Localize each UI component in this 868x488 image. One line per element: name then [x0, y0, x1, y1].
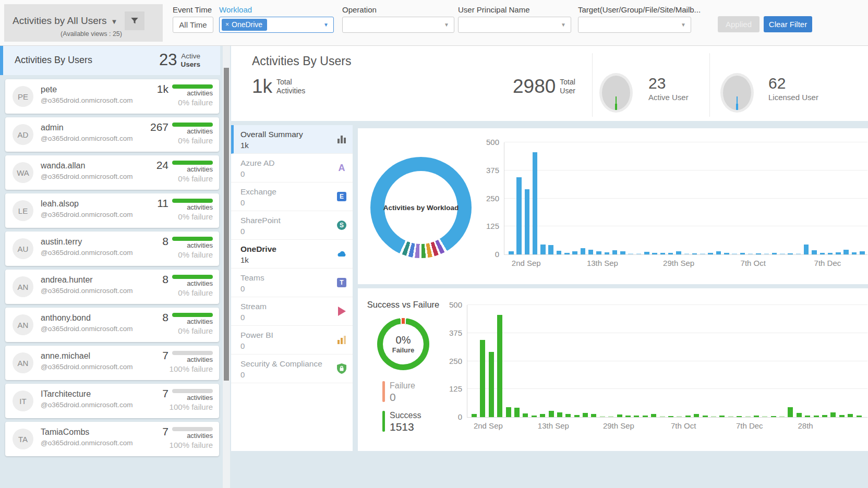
sidebar-scrollbar[interactable]	[223, 46, 230, 488]
bar[interactable]	[804, 245, 809, 254]
bar[interactable]	[780, 253, 785, 254]
bar[interactable]	[805, 416, 810, 417]
bar[interactable]	[549, 411, 554, 417]
bar[interactable]	[564, 253, 570, 254]
bar[interactable]	[843, 250, 849, 254]
bar[interactable]	[583, 413, 588, 417]
workload-item-azure-ad[interactable]: Azure AD0A	[231, 154, 353, 182]
user-card[interactable]: ITITarchitecture@o365droid.onmicrosoft.c…	[5, 384, 219, 418]
bar[interactable]	[814, 416, 819, 417]
bar[interactable]	[557, 412, 562, 417]
bar[interactable]	[574, 415, 580, 417]
event-time-input[interactable]: All Time	[173, 17, 213, 33]
bar[interactable]	[676, 251, 681, 254]
bar[interactable]	[540, 245, 546, 254]
bar[interactable]	[857, 416, 862, 417]
bar[interactable]	[711, 416, 716, 417]
bar[interactable]	[596, 251, 601, 254]
user-card[interactable]: PEpete@o365droid.onmicrosoft.com1kactivi…	[5, 79, 219, 114]
bar[interactable]	[506, 407, 511, 417]
bar[interactable]	[668, 253, 673, 254]
activities-by-workload-donut[interactable]: Activities by Workload	[370, 157, 472, 258]
bar[interactable]	[685, 416, 691, 417]
user-card[interactable]: ANanne.michael@o365droid.onmicrosoft.com…	[5, 346, 219, 380]
bar[interactable]	[605, 252, 610, 254]
bar[interactable]	[748, 253, 753, 254]
workload-select[interactable]: × OneDrive ▼	[219, 17, 334, 33]
bar[interactable]	[740, 253, 745, 254]
workload-item-overall-summary[interactable]: Overall Summary1k	[231, 125, 353, 154]
clear-filter-button[interactable]: Clear Filter	[764, 16, 812, 32]
bar[interactable]	[533, 152, 538, 254]
bar[interactable]	[525, 189, 530, 254]
bar[interactable]	[762, 416, 767, 417]
bar[interactable]	[830, 412, 836, 417]
bar[interactable]	[677, 416, 682, 417]
bar[interactable]	[724, 253, 729, 254]
user-card[interactable]: LEleah.alsop@o365droid.onmicrosoft.com11…	[5, 193, 219, 228]
applied-button[interactable]: Applied	[718, 16, 760, 32]
bar[interactable]	[708, 253, 713, 254]
bar[interactable]	[634, 416, 639, 417]
bar[interactable]	[636, 253, 642, 254]
workload-item-onedrive[interactable]: OneDrive1k	[231, 240, 353, 269]
target-select[interactable]: ▼	[578, 17, 691, 33]
chevron-down-icon[interactable]: ▼	[323, 22, 329, 28]
bar[interactable]	[719, 416, 725, 417]
workload-item-security-compliance[interactable]: Security & Compliance0	[231, 355, 353, 383]
bar[interactable]	[652, 253, 657, 254]
bar[interactable]	[772, 253, 777, 254]
bar[interactable]	[756, 253, 761, 254]
bar[interactable]	[848, 414, 853, 417]
bar[interactable]	[620, 251, 625, 254]
bar[interactable]	[565, 414, 571, 417]
bar[interactable]	[660, 416, 665, 417]
bar[interactable]	[625, 416, 631, 417]
user-card[interactable]: WAwanda.allan@o365droid.onmicrosoft.com2…	[5, 155, 219, 190]
bar[interactable]	[523, 413, 528, 417]
sidebar-scrollbar-thumb[interactable]	[224, 68, 229, 381]
chevron-down-icon[interactable]: ▼	[561, 22, 566, 28]
workload-item-power-bi[interactable]: Power BI0	[231, 326, 353, 355]
bar[interactable]	[700, 253, 705, 254]
chevron-down-icon[interactable]: ▼	[444, 22, 449, 28]
filter-button[interactable]	[125, 11, 144, 30]
bar[interactable]	[557, 251, 562, 254]
bar[interactable]	[628, 253, 633, 254]
bar[interactable]	[643, 416, 648, 417]
bar[interactable]	[839, 415, 845, 417]
bar[interactable]	[703, 416, 708, 417]
bar[interactable]	[860, 251, 865, 254]
success-vs-failure-donut[interactable]: 0% Failure	[377, 318, 429, 370]
bar[interactable]	[532, 416, 537, 417]
user-card[interactable]: ADadmin@o365droid.onmicrosoft.com267acti…	[5, 117, 219, 152]
workload-item-teams[interactable]: Teams0T	[231, 269, 353, 297]
bar[interactable]	[591, 414, 596, 417]
user-card[interactable]: AUaustin.terry@o365droid.onmicrosoft.com…	[5, 231, 219, 266]
tag-close-icon[interactable]: ×	[225, 21, 229, 28]
workload-item-exchange[interactable]: Exchange0E	[231, 182, 353, 211]
chevron-down-icon[interactable]: ▼	[681, 22, 686, 28]
user-card[interactable]: TATamiaCombs@o365droid.onmicrosoft.com7a…	[5, 422, 219, 456]
bar[interactable]	[779, 416, 785, 417]
bar[interactable]	[608, 416, 613, 417]
bar[interactable]	[497, 315, 502, 417]
bar[interactable]	[820, 253, 825, 254]
bar[interactable]	[836, 252, 841, 254]
user-card[interactable]: ANanthony.bond@o365droid.onmicrosoft.com…	[5, 308, 219, 342]
bar[interactable]	[651, 414, 656, 417]
bar[interactable]	[716, 251, 721, 254]
bar[interactable]	[472, 414, 477, 417]
user-card[interactable]: ANandrea.hunter@o365droid.onmicrosoft.co…	[5, 270, 219, 304]
upn-select[interactable]: ▼	[458, 17, 571, 33]
bar[interactable]	[509, 251, 514, 254]
bar[interactable]	[581, 248, 586, 254]
bar[interactable]	[728, 416, 733, 417]
bar[interactable]	[612, 250, 618, 254]
bar[interactable]	[660, 253, 666, 254]
bar[interactable]	[732, 253, 737, 254]
bar[interactable]	[588, 250, 594, 254]
view-selector-label[interactable]: Activities by All Users	[13, 15, 107, 27]
workload-item-sharepoint[interactable]: SharePoint0S	[231, 211, 353, 240]
bar[interactable]	[489, 352, 494, 417]
